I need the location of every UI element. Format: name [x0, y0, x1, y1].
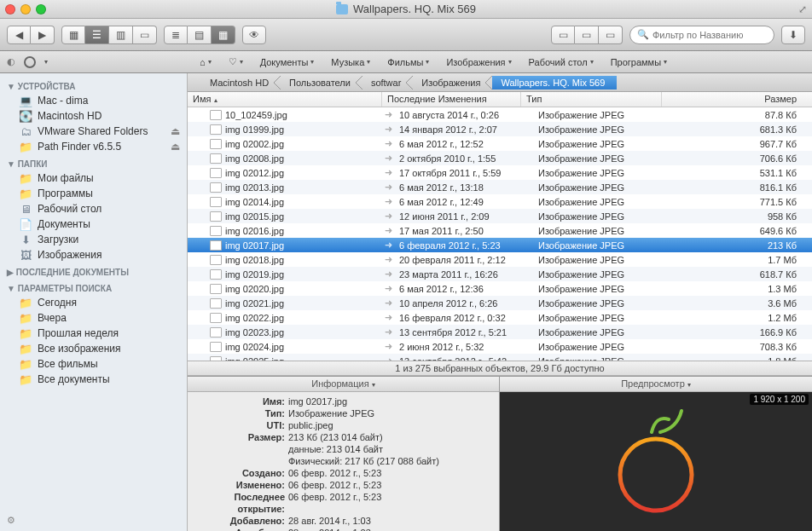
sidebar-item[interactable]: 💽Macintosh HD	[0, 108, 187, 124]
fullscreen-icon[interactable]: ⤢	[798, 3, 807, 15]
view-column-button[interactable]: ▥	[109, 26, 133, 44]
quicklook-button[interactable]: 👁	[242, 26, 266, 44]
disclosure-icon[interactable]: ➜	[382, 341, 394, 352]
file-row[interactable]: img 02025.jpg➜13 сентября 2012 г., 5:42И…	[188, 354, 812, 361]
file-row[interactable]: img 02015.jpg➜12 июня 2011 г., 2:09Изобр…	[188, 209, 812, 223]
menu-Изображения[interactable]: Изображения▾	[439, 55, 518, 70]
view-coverflow-button[interactable]: ▭	[133, 26, 157, 44]
home-icon[interactable]: ⌂▾	[193, 55, 218, 70]
arrange-button[interactable]: ≣	[164, 26, 188, 44]
disclosure-icon[interactable]: ➜	[382, 297, 394, 309]
disclosure-icon[interactable]: ➜	[382, 225, 394, 236]
file-row[interactable]: img 02017.jpg➜6 февраля 2012 г., 5:23Изо…	[188, 238, 812, 252]
breadcrumb[interactable]: softwar	[362, 76, 413, 89]
breadcrumb[interactable]: Пользователи	[281, 76, 362, 89]
col-name-header[interactable]: Имя ▴	[188, 92, 382, 107]
file-row[interactable]: img 02008.jpg➜2 октября 2010 г., 1:55Изо…	[188, 151, 812, 165]
sidebar-item[interactable]: 🗂VMware Shared Folders⏏	[0, 124, 187, 139]
sidebar-item[interactable]: 📁Программы	[0, 186, 187, 201]
col-kind-header[interactable]: Тип	[521, 92, 662, 107]
file-row[interactable]: img 01999.jpg➜14 января 2012 г., 2:07Изо…	[188, 122, 812, 136]
col-date-header[interactable]: Последние Изменения	[382, 92, 521, 107]
sidebar-item[interactable]: 📁Все документы	[0, 372, 187, 387]
gear-icon[interactable]	[24, 56, 36, 68]
menu-Музыка[interactable]: Музыка▾	[324, 55, 377, 70]
file-row[interactable]: img 02013.jpg➜6 мая 2012 г., 13:18Изобра…	[188, 180, 812, 194]
sidebar-item[interactable]: 📁Все фильмы	[0, 356, 187, 372]
sidebar-item[interactable]: 💻Mac - dima	[0, 93, 187, 108]
sidebar-item[interactable]: 🖼Изображения	[0, 247, 187, 263]
sidebar-toggle-icon[interactable]: ◐	[7, 56, 15, 67]
view-icon-button[interactable]: ▦	[61, 26, 85, 44]
settings-gear-icon[interactable]: ⚙	[7, 515, 15, 526]
disclosure-icon[interactable]: ➜	[382, 283, 394, 294]
download-button[interactable]: ⬇	[781, 26, 805, 44]
disclosure-icon[interactable]: ➜	[382, 138, 394, 149]
arrange-button-2[interactable]: ▤	[188, 26, 212, 44]
file-row[interactable]: img 02022.jpg➜16 февраля 2012 г., 0:32Из…	[188, 310, 812, 325]
sidebar-section[interactable]: ▼ ПАПКИ	[0, 154, 187, 170]
file-row[interactable]: img 02018.jpg➜20 февраля 2011 г., 2:12Из…	[188, 252, 812, 267]
mode-a-button[interactable]: ▭	[551, 26, 575, 44]
disclosure-icon[interactable]: ➜	[382, 312, 394, 323]
menu-Фильмы[interactable]: Фильмы▾	[380, 55, 436, 70]
eject-icon[interactable]: ⏏	[171, 141, 180, 153]
sidebar-item[interactable]: 📁Прошлая неделя	[0, 326, 187, 341]
search-input[interactable]	[652, 30, 767, 40]
breadcrumb[interactable]: Изображения	[413, 76, 492, 89]
mode-c-button[interactable]: ▭	[599, 26, 623, 44]
close-window-button[interactable]	[5, 4, 15, 14]
disclosure-icon[interactable]: ➜	[382, 109, 394, 120]
disclosure-icon[interactable]: ➜	[382, 211, 394, 222]
back-button[interactable]: ◀	[7, 26, 31, 44]
sidebar-item[interactable]: 📁Вчера	[0, 310, 187, 326]
disclosure-icon[interactable]: ➜	[382, 326, 394, 338]
disclosure-icon[interactable]: ➜	[382, 124, 394, 135]
breadcrumb[interactable]: Macintosh HD	[201, 76, 281, 89]
disclosure-icon[interactable]: ➜	[382, 268, 394, 280]
sidebar-item[interactable]: 🖥Рабочий стол	[0, 201, 187, 216]
file-row[interactable]: img 02021.jpg➜10 апреля 2012 г., 6:26Изо…	[188, 296, 812, 310]
file-row[interactable]: img 02020.jpg➜6 мая 2012 г., 12:36Изобра…	[188, 281, 812, 296]
sidebar-item[interactable]: 📁Мои файлы	[0, 170, 187, 186]
file-row[interactable]: img 02024.jpg➜2 июня 2012 г., 5:32Изобра…	[188, 339, 812, 354]
disclosure-icon[interactable]: ➜	[382, 254, 394, 265]
forward-button[interactable]: ▶	[31, 26, 55, 44]
file-row[interactable]: img 02012.jpg➜17 октября 2011 г., 5:59Из…	[188, 165, 812, 180]
breadcrumb[interactable]: Wallpapers. HQ. Mix 569	[492, 76, 617, 89]
view-list-button[interactable]: ☰	[85, 26, 109, 44]
menu-Рабочий стол[interactable]: Рабочий стол▾	[522, 55, 600, 70]
file-row[interactable]: img 02023.jpg➜13 сентября 2012 г., 5:21И…	[188, 325, 812, 339]
preview-image[interactable]: 1 920 x 1 200	[500, 392, 812, 531]
sidebar-item[interactable]: 📁Сегодня	[0, 295, 187, 310]
disclosure-icon[interactable]: ➜	[382, 182, 394, 193]
sidebar-section[interactable]: ▶ ПОСЛЕДНИЕ ДОКУМЕНТЫ	[0, 263, 187, 279]
file-row[interactable]: img 02014.jpg➜6 мая 2012 г., 12:49Изобра…	[188, 194, 812, 209]
menu-Программы[interactable]: Программы▾	[604, 55, 674, 70]
sidebar-item[interactable]: ⬇Загрузки	[0, 232, 187, 247]
sidebar-item[interactable]: 📄Документы	[0, 216, 187, 232]
sidebar-section[interactable]: ▼ УСТРОЙСТВА	[0, 77, 187, 93]
file-row[interactable]: img 02016.jpg➜17 мая 2011 г., 2:50Изобра…	[188, 223, 812, 238]
menu-Документы[interactable]: Документы▾	[253, 55, 322, 70]
file-row[interactable]: img 02002.jpg➜6 мая 2012 г., 12:52Изобра…	[188, 136, 812, 151]
search-field[interactable]: 🔍	[629, 26, 774, 44]
mode-b-button[interactable]: ▭	[575, 26, 599, 44]
disclosure-icon[interactable]: ➜	[382, 167, 394, 178]
heart-icon[interactable]: ♡▾	[222, 54, 250, 70]
disclosure-icon[interactable]: ➜	[382, 196, 394, 207]
file-row[interactable]: img 02019.jpg➜23 марта 2011 г., 16:26Изо…	[188, 267, 812, 281]
sidebar-section[interactable]: ▼ ПАРАМЕТРЫ ПОИСКА	[0, 279, 187, 295]
window-title: Wallpapers. HQ. Mix 569	[353, 3, 476, 15]
arrange-button-3[interactable]: ▦	[212, 26, 235, 44]
file-list[interactable]: 10_102459.jpg➜10 августа 2014 г., 0:26Из…	[188, 107, 812, 361]
sidebar-item[interactable]: 📁Все изображения	[0, 341, 187, 356]
disclosure-icon[interactable]: ➜	[382, 153, 394, 164]
disclosure-icon[interactable]: ➜	[382, 240, 394, 251]
col-size-header[interactable]: Размер	[662, 92, 812, 107]
minimize-window-button[interactable]	[20, 4, 31, 14]
eject-icon[interactable]: ⏏	[171, 125, 180, 137]
sidebar-item[interactable]: 📁Path Finder v6.5.5⏏	[0, 139, 187, 154]
zoom-window-button[interactable]	[36, 4, 46, 14]
file-row[interactable]: 10_102459.jpg➜10 августа 2014 г., 0:26Из…	[188, 107, 812, 122]
